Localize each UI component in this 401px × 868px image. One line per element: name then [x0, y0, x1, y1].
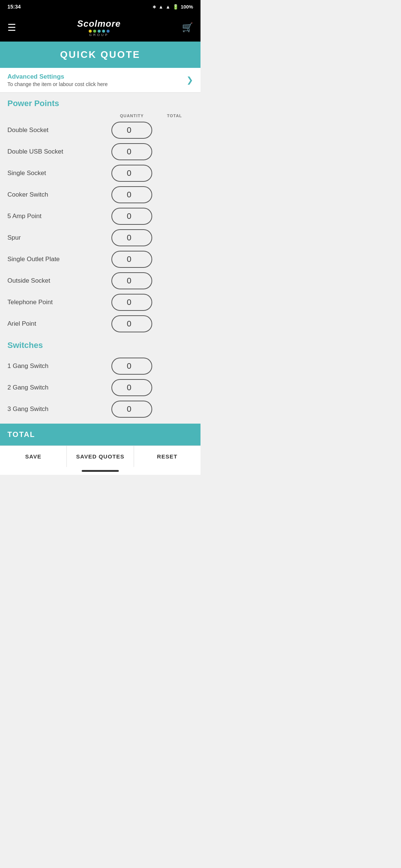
- 2gang-switch-input[interactable]: [111, 379, 152, 396]
- single-outlet-plate-input[interactable]: [111, 251, 152, 268]
- list-item: 2 Gang Switch: [0, 377, 200, 398]
- list-item: Double Socket: [0, 119, 200, 141]
- advanced-settings-title: Advanced Settings: [7, 73, 186, 80]
- logo-group: GROUP: [89, 33, 109, 37]
- 1gang-switch-input[interactable]: [111, 358, 152, 375]
- quantity-container: [108, 229, 156, 246]
- item-label: Outside Socket: [7, 277, 108, 285]
- quantity-container: [108, 122, 156, 139]
- item-label: Ariel Point: [7, 320, 108, 328]
- saved-quotes-button[interactable]: SAVED QUOTES: [67, 446, 134, 467]
- battery-icon: 🔋: [173, 4, 179, 10]
- wifi-icon: ▲: [159, 4, 163, 10]
- quantity-header: QUANTITY: [108, 114, 156, 118]
- telephone-point-input[interactable]: [111, 294, 152, 311]
- 3gang-switch-input[interactable]: [111, 401, 152, 418]
- dot-1: [89, 30, 92, 33]
- chevron-right-icon: ❯: [186, 75, 193, 85]
- single-socket-input[interactable]: [111, 165, 152, 182]
- bluetooth-icon: ∗: [152, 4, 156, 10]
- logo: Scolmore GROUP: [77, 19, 121, 37]
- ariel-point-input[interactable]: [111, 315, 152, 332]
- save-button[interactable]: SAVE: [0, 446, 67, 467]
- list-item: 5 Amp Point: [0, 206, 200, 227]
- quantity-container: [108, 186, 156, 203]
- double-usb-socket-input[interactable]: [111, 143, 152, 160]
- double-socket-input[interactable]: [111, 122, 152, 139]
- hamburger-icon[interactable]: ☰: [7, 22, 16, 33]
- quantity-container: [108, 272, 156, 289]
- advanced-settings-row[interactable]: Advanced Settings To change the item or …: [0, 68, 200, 93]
- advanced-settings-text: Advanced Settings To change the item or …: [7, 73, 186, 87]
- switches-section: Switches: [0, 335, 200, 355]
- main-content: Power Points QUANTITY TOTAL Double Socke…: [0, 93, 200, 424]
- quantity-container: [108, 294, 156, 311]
- list-item: Spur: [0, 227, 200, 249]
- list-item: Double USB Socket: [0, 141, 200, 162]
- status-icons: ∗ ▲ ▲ 🔋 100%: [152, 4, 193, 10]
- list-item: Telephone Point: [0, 292, 200, 313]
- dot-4: [102, 30, 105, 33]
- power-points-items: Double Socket Double USB Socket Single S…: [0, 119, 200, 335]
- item-label: Cooker Switch: [7, 191, 108, 198]
- switches-items: 1 Gang Switch 2 Gang Switch 3 Gang Switc…: [0, 355, 200, 420]
- total-footer: TOTAL: [0, 424, 200, 445]
- app-header: ☰ Scolmore GROUP 🛒: [0, 13, 200, 42]
- item-label: 1 Gang Switch: [7, 362, 108, 370]
- item-label: Double Socket: [7, 126, 108, 134]
- status-time: 15:34: [7, 4, 21, 10]
- power-points-section: Power Points: [0, 93, 200, 114]
- bottom-buttons: SAVE SAVED QUOTES RESET: [0, 445, 200, 467]
- status-bar: 15:34 ∗ ▲ ▲ 🔋 100%: [0, 0, 200, 13]
- item-label: Single Outlet Plate: [7, 256, 108, 263]
- spur-input[interactable]: [111, 229, 152, 246]
- home-bar: [82, 470, 119, 472]
- list-item: 1 Gang Switch: [0, 355, 200, 377]
- quantity-container: [108, 379, 156, 396]
- dot-3: [98, 30, 101, 33]
- item-label: Spur: [7, 234, 108, 241]
- total-header: TOTAL: [156, 114, 193, 118]
- logo-text: Scolmore: [77, 19, 121, 29]
- quantity-container: [108, 165, 156, 182]
- item-label: 3 Gang Switch: [7, 405, 108, 413]
- item-label: Telephone Point: [7, 299, 108, 306]
- home-indicator: [0, 467, 200, 475]
- list-item: Single Socket: [0, 162, 200, 184]
- item-label: 5 Amp Point: [7, 213, 108, 220]
- quantity-container: [108, 143, 156, 160]
- cart-icon[interactable]: 🛒: [182, 22, 193, 33]
- battery-percent: 100%: [181, 4, 193, 10]
- list-item: Ariel Point: [0, 313, 200, 335]
- logo-dots: [89, 30, 110, 33]
- quantity-container: [108, 315, 156, 332]
- total-label: TOTAL: [7, 430, 35, 438]
- cooker-switch-input[interactable]: [111, 186, 152, 203]
- signal-icon: ▲: [166, 4, 170, 10]
- list-item: Cooker Switch: [0, 184, 200, 206]
- item-label: 2 Gang Switch: [7, 384, 108, 391]
- power-points-title: Power Points: [7, 99, 193, 108]
- item-label: Double USB Socket: [7, 148, 108, 155]
- switches-title: Switches: [7, 341, 193, 350]
- quantity-container: [108, 251, 156, 268]
- outside-socket-input[interactable]: [111, 272, 152, 289]
- item-label: Single Socket: [7, 170, 108, 177]
- list-item: 3 Gang Switch: [0, 398, 200, 420]
- advanced-settings-subtitle: To change the item or labour cost click …: [7, 81, 186, 87]
- page-title: QUICK QUOTE: [7, 49, 193, 60]
- quantity-container: [108, 358, 156, 375]
- list-item: Single Outlet Plate: [0, 249, 200, 270]
- quantity-container: [108, 208, 156, 225]
- dot-2: [93, 30, 96, 33]
- quantity-container: [108, 401, 156, 418]
- column-headers: QUANTITY TOTAL: [0, 114, 200, 119]
- 5amp-point-input[interactable]: [111, 208, 152, 225]
- list-item: Outside Socket: [0, 270, 200, 292]
- quick-quote-banner: QUICK QUOTE: [0, 42, 200, 68]
- reset-button[interactable]: RESET: [134, 446, 200, 467]
- dot-5: [107, 30, 110, 33]
